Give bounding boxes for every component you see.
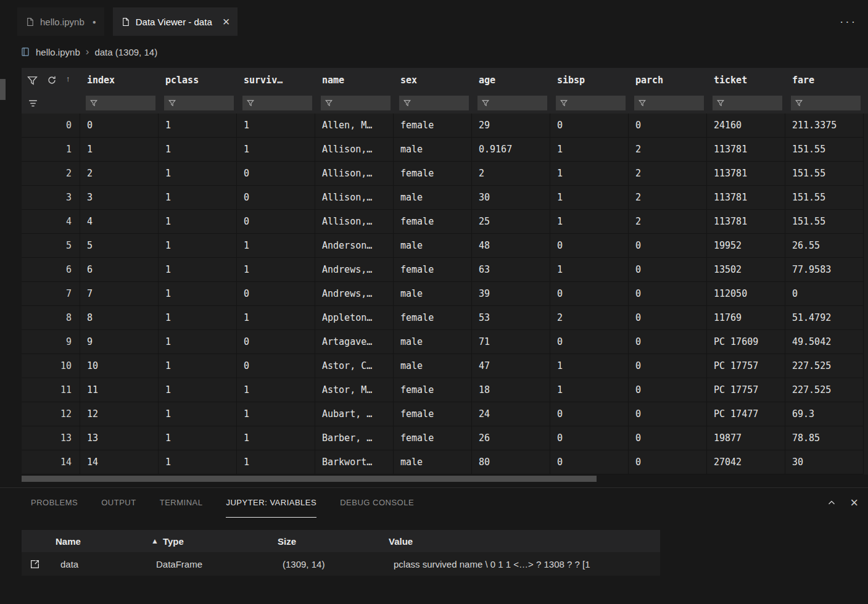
cell-sex[interactable]: male	[394, 330, 472, 354]
cell-name[interactable]: Astor, C…	[315, 354, 394, 378]
cell-age[interactable]: 47	[472, 354, 550, 378]
cell-ticket[interactable]: 113781	[707, 138, 785, 162]
cell-ticket[interactable]: 19877	[707, 426, 785, 450]
cell-sibsp[interactable]: 0	[550, 450, 629, 474]
cell-pclass[interactable]: 1	[159, 450, 237, 474]
chevron-up-icon[interactable]	[827, 498, 837, 508]
cell-sibsp[interactable]: 0	[550, 282, 629, 306]
row-number[interactable]: 14	[22, 450, 80, 474]
cell-parch[interactable]: 0	[629, 354, 707, 378]
cell-sex[interactable]: male	[394, 450, 472, 474]
variables-header-type[interactable]: ▲Type	[145, 536, 271, 547]
filter-input-pclass[interactable]	[180, 99, 230, 108]
cell-surviv[interactable]: 1	[237, 378, 315, 402]
row-number[interactable]: 10	[22, 354, 80, 378]
cell-age[interactable]: 53	[472, 306, 550, 330]
cell-name[interactable]: Allison,…	[315, 138, 394, 162]
row-number[interactable]: 5	[22, 234, 80, 258]
cell-parch[interactable]: 2	[629, 210, 707, 234]
column-header-name[interactable]: name	[315, 75, 394, 86]
cell-surviv[interactable]: 0	[237, 186, 315, 210]
variables-header-name[interactable]: Name	[49, 536, 145, 547]
cell-surviv[interactable]: 1	[237, 258, 315, 282]
cell-parch[interactable]: 0	[629, 234, 707, 258]
cell-age[interactable]: 30	[472, 186, 550, 210]
cell-fare[interactable]: 69.3	[785, 402, 864, 426]
cell-name[interactable]: Allison,…	[315, 162, 394, 186]
column-header-parch[interactable]: parch	[629, 75, 707, 86]
cell-pclass[interactable]: 1	[159, 330, 237, 354]
filter-input-age[interactable]	[493, 99, 544, 108]
cell-sibsp[interactable]: 2	[550, 306, 629, 330]
filter-input-ticket[interactable]	[728, 99, 779, 108]
cell-index[interactable]: 5	[80, 234, 159, 258]
cell-ticket[interactable]: 113781	[707, 210, 785, 234]
cell-parch[interactable]: 2	[629, 138, 707, 162]
cell-name[interactable]: Allison,…	[315, 210, 394, 234]
cell-parch[interactable]: 0	[629, 114, 707, 138]
cell-parch[interactable]: 0	[629, 426, 707, 450]
cell-ticket[interactable]: 24160	[707, 114, 785, 138]
breadcrumb-file[interactable]: hello.ipynb	[36, 47, 80, 57]
cell-parch[interactable]: 0	[629, 258, 707, 282]
cell-sibsp[interactable]: 0	[550, 330, 629, 354]
cell-sex[interactable]: female	[394, 210, 472, 234]
close-icon[interactable]: ×	[223, 15, 230, 28]
cell-sibsp[interactable]: 1	[550, 258, 629, 282]
filter-input-sibsp[interactable]	[571, 99, 622, 108]
cell-pclass[interactable]: 1	[159, 138, 237, 162]
cell-index[interactable]: 2	[80, 162, 159, 186]
row-number[interactable]: 4	[22, 210, 80, 234]
cell-surviv[interactable]: 0	[237, 330, 315, 354]
filter-input-fare[interactable]	[806, 99, 857, 108]
cell-ticket[interactable]: 19952	[707, 234, 785, 258]
cell-sibsp[interactable]: 1	[550, 210, 629, 234]
cell-pclass[interactable]: 1	[159, 162, 237, 186]
cell-age[interactable]: 24	[472, 402, 550, 426]
cell-name[interactable]: Andrews,…	[315, 282, 394, 306]
cell-name[interactable]: Allison,…	[315, 186, 394, 210]
open-in-editor-button[interactable]	[22, 559, 49, 569]
cell-sibsp[interactable]: 0	[550, 426, 629, 450]
cell-surviv[interactable]: 1	[237, 114, 315, 138]
cell-age[interactable]: 0.9167	[472, 138, 550, 162]
cell-surviv[interactable]: 1	[237, 402, 315, 426]
row-number[interactable]: 2	[22, 162, 80, 186]
cell-ticket[interactable]: 13502	[707, 258, 785, 282]
row-number[interactable]: 12	[22, 402, 80, 426]
variables-header-size[interactable]: Size	[271, 536, 382, 547]
cell-age[interactable]: 39	[472, 282, 550, 306]
column-header-pclass[interactable]: pclass	[159, 75, 237, 86]
row-number[interactable]: 11	[22, 378, 80, 402]
cell-fare[interactable]: 227.525	[785, 378, 864, 402]
column-header-fare[interactable]: fare	[785, 75, 864, 86]
filter-input-surviv[interactable]	[258, 99, 308, 108]
cell-index[interactable]: 11	[80, 378, 159, 402]
column-header-ticket[interactable]: ticket	[707, 75, 785, 86]
cell-name[interactable]: Astor, M…	[315, 378, 394, 402]
cell-parch[interactable]: 0	[629, 330, 707, 354]
column-header-surviv[interactable]: surviv…	[237, 75, 315, 86]
cell-surviv[interactable]: 0	[237, 354, 315, 378]
cell-sibsp[interactable]: 1	[550, 354, 629, 378]
cell-age[interactable]: 2	[472, 162, 550, 186]
cell-age[interactable]: 26	[472, 426, 550, 450]
horizontal-scrollbar[interactable]	[22, 476, 597, 482]
cell-pclass[interactable]: 1	[159, 258, 237, 282]
cell-fare[interactable]: 151.55	[785, 138, 864, 162]
cell-fare[interactable]: 151.55	[785, 210, 864, 234]
cell-ticket[interactable]: 113781	[707, 162, 785, 186]
cell-fare[interactable]: 26.55	[785, 234, 864, 258]
panel-tab-debugconsole[interactable]: DEBUG CONSOLE	[340, 488, 414, 518]
cell-surviv[interactable]: 1	[237, 234, 315, 258]
cell-ticket[interactable]: 113781	[707, 186, 785, 210]
cell-surviv[interactable]: 0	[237, 210, 315, 234]
cell-fare[interactable]: 151.55	[785, 162, 864, 186]
cell-parch[interactable]: 0	[629, 450, 707, 474]
cell-name[interactable]: Allen, M…	[315, 114, 394, 138]
column-header-sibsp[interactable]: sibsp	[550, 75, 629, 86]
cell-age[interactable]: 25	[472, 210, 550, 234]
column-header-sex[interactable]: sex	[394, 75, 472, 86]
tab-hello-ipynb[interactable]: hello.ipynb ●	[17, 7, 104, 36]
cell-index[interactable]: 14	[80, 450, 159, 474]
